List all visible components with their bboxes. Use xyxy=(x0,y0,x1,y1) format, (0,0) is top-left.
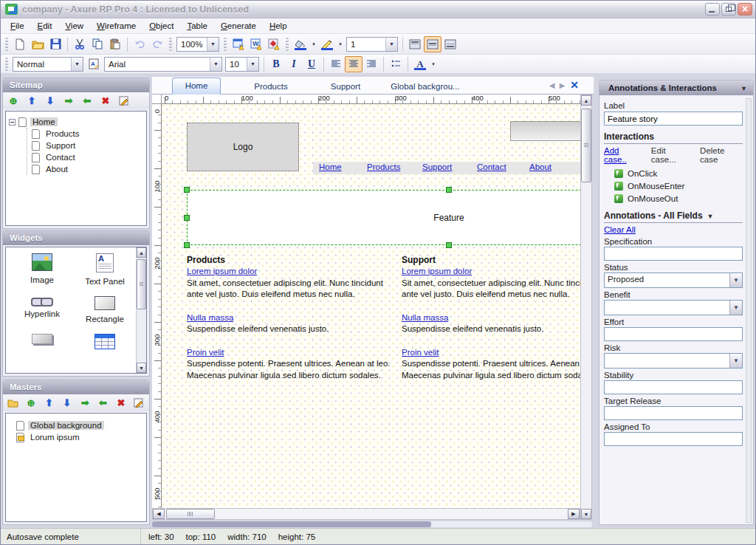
bold-button[interactable]: B xyxy=(267,56,285,72)
annotations-panel-header[interactable]: Annotations & Interactions xyxy=(599,80,753,95)
selection-handle[interactable] xyxy=(184,242,190,248)
wireframe-link[interactable]: Nulla massa xyxy=(402,312,448,324)
save-button[interactable] xyxy=(47,36,64,52)
panel-menu-icon[interactable] xyxy=(740,83,747,92)
sitemap-node-products[interactable]: Products xyxy=(27,128,143,140)
selection-handle[interactable] xyxy=(446,242,452,248)
zoom-combobox[interactable]: 100% xyxy=(176,37,219,52)
wireframe-link[interactable]: Lorem ipsum dolor xyxy=(187,266,257,278)
sitemap-node-label[interactable]: Home xyxy=(30,117,58,126)
toolbar-grip[interactable] xyxy=(286,38,289,51)
widget-image[interactable]: Image xyxy=(13,253,71,286)
scroll-up-icon[interactable] xyxy=(581,95,591,106)
menu-object[interactable]: Object xyxy=(142,19,180,32)
cut-button[interactable] xyxy=(71,36,89,52)
event-onmouseenter[interactable]: OnMouseEnter xyxy=(614,179,743,192)
masters-panel-header[interactable]: Masters xyxy=(3,380,149,394)
menu-generate[interactable]: Generate xyxy=(214,19,263,32)
undo-button[interactable] xyxy=(131,36,148,52)
clear-all-link[interactable]: Clear All xyxy=(604,225,636,234)
scroll-up-icon[interactable] xyxy=(137,247,146,258)
feature-rectangle-selected[interactable]: Feature xyxy=(187,190,580,245)
nav-link-home[interactable]: Home xyxy=(319,162,342,171)
align-left-button[interactable] xyxy=(327,56,345,72)
close-button[interactable] xyxy=(738,3,752,16)
scroll-down-icon[interactable] xyxy=(581,509,591,519)
move-up-button[interactable]: ⬆ xyxy=(41,396,57,411)
dropdown-arrow-icon[interactable] xyxy=(247,58,258,71)
sitemap-node-home[interactable]: Home xyxy=(9,116,143,128)
selection-handle[interactable] xyxy=(184,187,190,193)
sitemap-node-label[interactable]: About xyxy=(44,165,70,174)
editor-horizontal-scrollbar[interactable] xyxy=(152,521,592,527)
canvas-vertical-scrollbar[interactable] xyxy=(580,95,592,520)
font-color-button[interactable]: A xyxy=(411,56,429,72)
scroll-left-icon[interactable] xyxy=(153,509,165,519)
widgets-scrollbar[interactable] xyxy=(136,247,146,373)
tab-global-background[interactable]: Global backgrou... xyxy=(381,79,470,94)
scrollbar-thumb[interactable] xyxy=(581,109,591,182)
target-release-input[interactable] xyxy=(604,406,743,420)
widgets-panel-header[interactable]: Widgets xyxy=(3,231,149,245)
italic-button[interactable]: I xyxy=(285,56,303,72)
bullet-list-button[interactable] xyxy=(387,56,405,72)
tab-close-icon[interactable] xyxy=(568,78,580,92)
selection-handle[interactable] xyxy=(184,215,190,221)
nav-link-contact[interactable]: Contact xyxy=(477,162,506,171)
toolbar-grip[interactable] xyxy=(169,38,172,51)
copy-button[interactable] xyxy=(89,36,106,52)
wireframe-link[interactable]: Lorem ipsum dolor xyxy=(402,266,472,278)
selection-handle[interactable] xyxy=(446,187,452,193)
edit-master-button[interactable] xyxy=(131,396,147,411)
move-down-button[interactable]: ⬇ xyxy=(59,396,75,411)
label-input[interactable] xyxy=(604,112,743,126)
valign-top-button[interactable] xyxy=(406,36,424,52)
delete-master-button[interactable]: ✖ xyxy=(113,396,128,411)
align-center-button[interactable] xyxy=(345,56,362,72)
wireframe-link[interactable]: Proin velit xyxy=(402,347,439,359)
menu-help[interactable]: Help xyxy=(263,19,294,32)
new-button[interactable] xyxy=(11,36,29,52)
font-color-dropdown[interactable]: ▾ xyxy=(429,56,438,72)
support-column[interactable]: Support Lorem ipsum dolor Sit amet, cons… xyxy=(402,255,580,393)
tab-scroll-right-icon[interactable] xyxy=(557,80,567,92)
generate-spec-button[interactable] xyxy=(265,36,283,52)
nav-link-about[interactable]: About xyxy=(529,162,551,171)
sitemap-node-about[interactable]: About xyxy=(27,163,143,175)
benefit-select[interactable] xyxy=(604,300,743,315)
dropdown-arrow-icon[interactable] xyxy=(385,38,397,51)
move-up-button[interactable]: ⬆ xyxy=(24,94,40,109)
sitemap-node-label[interactable]: Products xyxy=(44,129,81,138)
edit-page-button[interactable] xyxy=(116,94,132,109)
scrollbar-thumb[interactable] xyxy=(166,509,215,519)
add-page-button[interactable]: ⊕ xyxy=(5,94,21,109)
tab-support[interactable]: Support xyxy=(316,79,375,94)
logo-placeholder[interactable]: Logo xyxy=(187,123,299,171)
fill-color-button[interactable] xyxy=(292,36,309,52)
tab-scroll-left-icon[interactable] xyxy=(547,80,557,92)
dropdown-arrow-icon[interactable] xyxy=(729,273,742,287)
outdent-button[interactable]: ⬅ xyxy=(79,94,95,109)
menu-wireframe[interactable]: Wireframe xyxy=(90,19,142,32)
toolbar-grip[interactable] xyxy=(5,58,8,71)
risk-select[interactable] xyxy=(604,353,743,369)
restore-button[interactable] xyxy=(721,3,736,16)
master-label[interactable]: Lorum ipsum xyxy=(28,433,81,442)
effort-input[interactable] xyxy=(604,327,743,341)
align-right-button[interactable] xyxy=(362,56,380,72)
paste-button[interactable] xyxy=(106,36,124,52)
style-combobox[interactable]: Normal xyxy=(13,57,83,72)
menu-edit[interactable]: Edit xyxy=(31,19,59,32)
fill-color-dropdown[interactable]: ▾ xyxy=(309,36,318,52)
sitemap-node-label[interactable]: Support xyxy=(44,141,78,150)
sitemap-node-support[interactable]: Support xyxy=(27,140,143,151)
event-onmouseout[interactable]: OnMouseOut xyxy=(614,192,743,205)
menu-file[interactable]: File xyxy=(4,19,31,32)
indent-button[interactable]: ➡ xyxy=(61,94,77,109)
stability-input[interactable] xyxy=(604,380,743,394)
nav-link-products[interactable]: Products xyxy=(367,162,400,171)
sitemap-panel-header[interactable]: Sitemap xyxy=(3,78,149,92)
outdent-button[interactable]: ⬅ xyxy=(95,396,111,411)
line-color-button[interactable] xyxy=(318,36,336,52)
add-case-link[interactable]: Add case.. xyxy=(604,146,642,164)
